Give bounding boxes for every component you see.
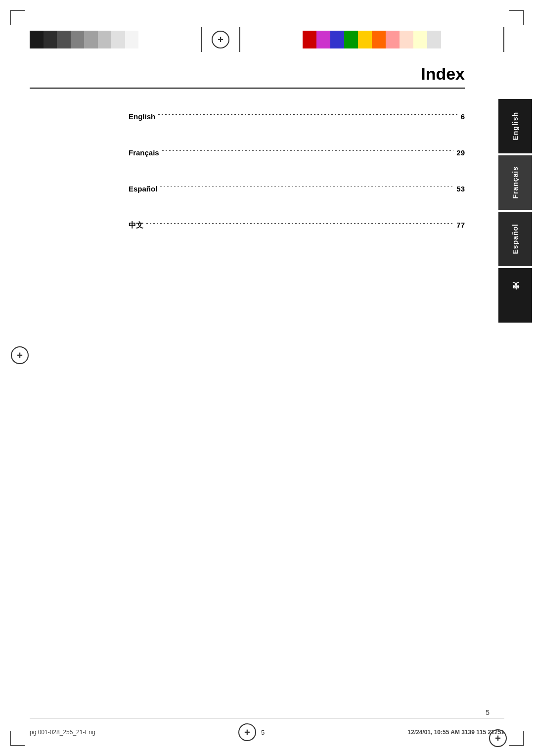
color-strip-right (303, 31, 441, 48)
toc-page-francais: 29 (456, 148, 465, 157)
corner-mark-br (509, 731, 524, 746)
main-content: Index English 6 Français 29 Español 53 中… (30, 64, 504, 707)
page-title: Index (30, 64, 504, 84)
footer: pg 001-028_255_21-Eng 5 12/24/01, 10:55 … (30, 718, 504, 741)
toc-dots-chinese (146, 223, 453, 224)
side-tabs: English Français Español 中文 (498, 99, 534, 325)
reg-mark-top (212, 31, 229, 48)
footer-left: pg 001-028_255_21-Eng (30, 729, 95, 736)
corner-mark-bl (10, 731, 25, 746)
toc-page-chinese: 77 (456, 221, 465, 229)
tab-english[interactable]: English (498, 99, 532, 153)
tab-francais-label: Français (511, 166, 519, 199)
toc-label-english: English (129, 112, 155, 121)
footer-right: 12/24/01, 10:55 AM 3139 115 21251 (407, 729, 504, 736)
toc-page-espanol: 53 (456, 185, 465, 193)
toc-label-francais: Français (129, 148, 159, 157)
tab-chinese-label: 中文 (511, 295, 520, 296)
toc-dots-english (158, 114, 457, 115)
toc-dots-francais (162, 150, 454, 151)
color-strip-left (30, 31, 138, 48)
toc-page-english: 6 (461, 112, 465, 121)
top-bar-area (0, 20, 534, 59)
footer-center-page: 5 (261, 729, 265, 736)
toc-label-espanol: Español (129, 185, 157, 193)
toc-entry-chinese: 中文 77 (30, 207, 465, 244)
tab-english-label: English (511, 112, 519, 141)
toc-entry-english: English 6 (30, 98, 465, 135)
reg-mark-bottom-center (238, 723, 256, 741)
tab-chinese[interactable]: 中文 (498, 268, 532, 323)
page-number: 5 (486, 709, 490, 716)
toc-entry-espanol: Español 53 (30, 171, 465, 207)
toc-area: English 6 Français 29 Español 53 中文 77 (30, 89, 504, 244)
toc-dots-espanol (160, 187, 453, 187)
tab-espanol[interactable]: Español (498, 212, 532, 266)
toc-entry-francais: Français 29 (30, 135, 465, 171)
tab-francais[interactable]: Français (498, 155, 532, 210)
toc-label-chinese: 中文 (129, 221, 143, 230)
reg-mark-left (11, 346, 29, 364)
tab-espanol-label: Español (511, 224, 519, 254)
